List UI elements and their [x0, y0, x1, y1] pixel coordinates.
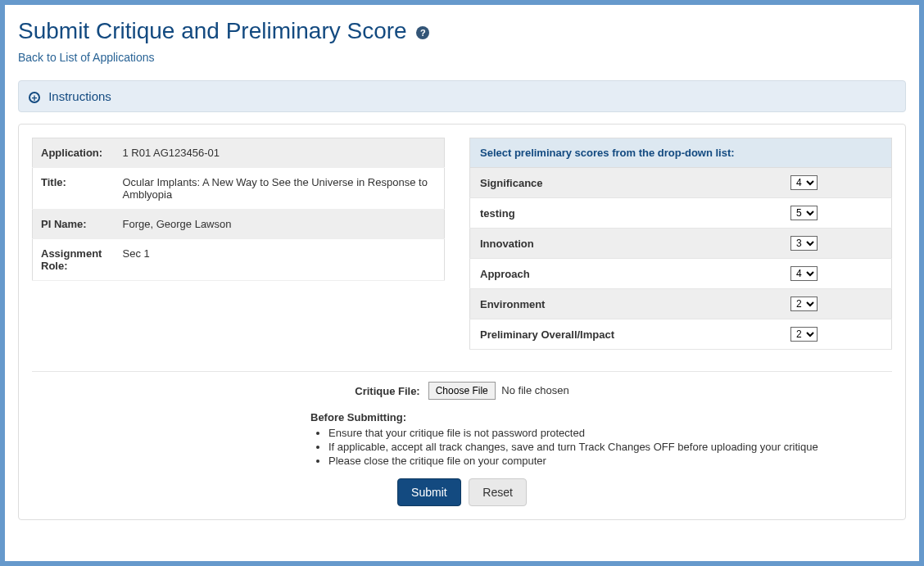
critique-file-label: Critique File: — [355, 382, 419, 397]
score-select-cell: 2 — [781, 289, 892, 319]
info-value-pi-name: Forge, George Lawson — [115, 210, 445, 239]
score-row: Innovation3 — [470, 229, 892, 259]
score-select[interactable]: 2 — [790, 297, 818, 311]
info-label-application: Application: — [33, 138, 115, 168]
info-row-pi-name: PI Name: Forge, George Lawson — [33, 210, 445, 239]
score-label: Innovation — [470, 229, 781, 259]
score-select-cell: 2 — [781, 319, 847, 350]
score-row: testing5 — [470, 198, 892, 229]
before-submitting-item: If applicable, accept all track changes,… — [328, 441, 892, 453]
reset-button[interactable]: Reset — [469, 478, 527, 506]
score-row: Approach4 — [470, 259, 892, 289]
score-extra-cell — [847, 319, 891, 350]
info-label-title: Title: — [33, 168, 115, 210]
instructions-label: Instructions — [48, 89, 111, 103]
score-select[interactable]: 5 — [790, 206, 818, 220]
page-title: Submit Critique and Preliminary Score ? — [18, 18, 906, 44]
main-card: Application: 1 R01 AG123456-01 Title: Oc… — [18, 124, 906, 520]
help-icon[interactable]: ? — [416, 26, 429, 39]
info-row-assignment-role: Assignment Role: Sec 1 — [33, 239, 445, 281]
choose-file-button[interactable]: Choose File — [428, 382, 496, 400]
score-label: Preliminary Overall/Impact — [470, 319, 781, 350]
score-table: Significance4testing5Innovation3Approach… — [469, 167, 892, 350]
score-label: Environment — [470, 289, 781, 319]
score-select-cell: 3 — [781, 229, 892, 259]
score-label: Approach — [470, 259, 781, 289]
instructions-toggle[interactable]: + Instructions — [18, 80, 906, 112]
info-label-pi-name: PI Name: — [33, 210, 115, 239]
info-value-title: Ocular Implants: A New Way to See the Un… — [115, 168, 445, 210]
file-status-text: No file chosen — [501, 384, 568, 396]
before-submitting-item: Ensure that your critique file is not pa… — [328, 427, 892, 439]
score-select-cell: 4 — [781, 168, 892, 198]
application-info-table: Application: 1 R01 AG123456-01 Title: Oc… — [32, 138, 445, 281]
divider — [32, 371, 892, 372]
back-link[interactable]: Back to List of Applications — [18, 51, 155, 64]
before-submitting-block: Before Submitting: Ensure that your crit… — [310, 411, 892, 467]
score-select-cell: 4 — [781, 259, 892, 289]
page-title-text: Submit Critique and Preliminary Score — [18, 18, 407, 43]
score-select[interactable]: 3 — [790, 236, 818, 251]
before-submitting-item: Please close the critique file on your c… — [328, 455, 892, 467]
score-row: Significance4 — [470, 168, 892, 198]
score-row: Environment2 — [470, 289, 892, 319]
info-row-application: Application: 1 R01 AG123456-01 — [33, 138, 445, 168]
info-label-assignment-role: Assignment Role: — [33, 239, 115, 281]
score-select-cell: 5 — [781, 198, 892, 229]
scores-header: Select preliminary scores from the drop-… — [469, 138, 892, 167]
info-value-application: 1 R01 AG123456-01 — [115, 138, 445, 168]
before-submitting-list: Ensure that your critique file is not pa… — [314, 427, 892, 467]
before-submitting-heading: Before Submitting: — [310, 411, 892, 423]
score-select[interactable]: 4 — [790, 175, 818, 190]
score-row: Preliminary Overall/Impact2 — [470, 319, 892, 350]
info-row-title: Title: Ocular Implants: A New Way to See… — [33, 168, 445, 210]
score-label: Significance — [470, 168, 781, 198]
score-select[interactable]: 4 — [790, 266, 818, 281]
score-select[interactable]: 2 — [790, 327, 818, 342]
info-value-assignment-role: Sec 1 — [115, 239, 445, 281]
plus-icon: + — [29, 92, 40, 103]
score-label: testing — [470, 198, 781, 229]
submit-button[interactable]: Submit — [397, 478, 461, 506]
